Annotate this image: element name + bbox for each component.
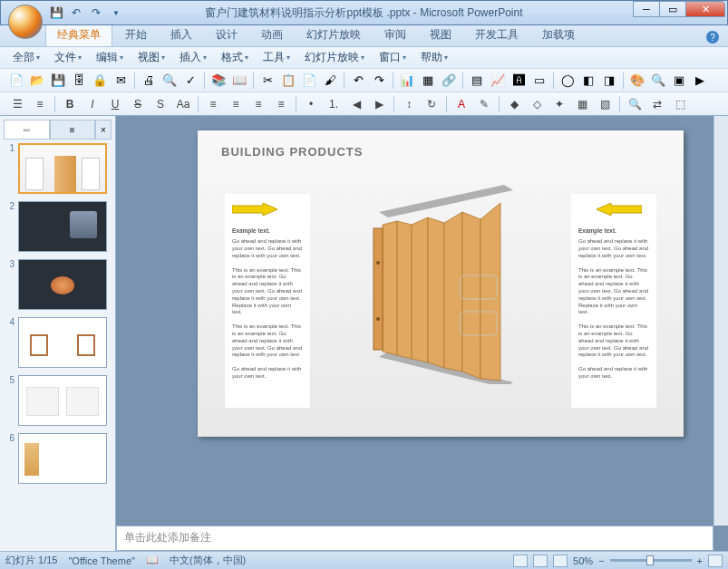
arrange-icon[interactable]: ▧ <box>595 95 615 113</box>
menu-help[interactable]: 帮助▾ <box>415 48 453 67</box>
shape-outline-icon[interactable]: ◇ <box>527 95 547 113</box>
insert-chart-icon[interactable]: 📊 <box>398 72 416 90</box>
tab-classic-menu[interactable]: 经典菜单 <box>45 23 112 46</box>
tab-addins[interactable]: 加载项 <box>531 24 586 46</box>
status-language[interactable]: 中文(简体，中国) <box>170 554 246 567</box>
menu-view[interactable]: 视图▾ <box>132 48 170 67</box>
window-icon[interactable]: ▣ <box>670 72 688 90</box>
sorter-view-button[interactable] <box>533 555 548 567</box>
thumbnail-1[interactable]: 1 <box>4 143 112 194</box>
slide-editor[interactable]: BUILDING PRODUCTS Example text. Go ahead… <box>116 116 728 551</box>
text-direction-icon[interactable]: ↻ <box>422 95 442 113</box>
select-icon[interactable]: ⬚ <box>670 95 690 113</box>
tab-insert[interactable]: 插入 <box>160 24 203 46</box>
thesaurus-icon[interactable]: 📖 <box>230 72 248 90</box>
notes-pane[interactable]: 单击此处添加备注 <box>116 526 713 551</box>
new-icon[interactable]: 📄 <box>7 72 25 90</box>
format-painter-icon[interactable]: 🖌 <box>321 72 339 90</box>
thumbnail-2[interactable]: 2 <box>4 201 112 252</box>
thumb-close[interactable]: × <box>95 120 112 140</box>
copy-icon[interactable]: 📋 <box>279 72 297 90</box>
save-icon[interactable]: 💾 <box>48 5 64 21</box>
folding-door-graphic[interactable] <box>361 185 524 384</box>
tab-view[interactable]: 视图 <box>419 24 462 46</box>
zoom-thumb[interactable] <box>646 555 654 565</box>
spellcheck-icon[interactable]: ✓ <box>181 72 199 90</box>
tab-developer[interactable]: 开发工具 <box>464 24 529 46</box>
qat-dropdown-icon[interactable]: ▼ <box>108 5 124 21</box>
help-icon[interactable]: ? <box>706 31 719 43</box>
menu-edit[interactable]: 编辑▾ <box>91 48 129 67</box>
text-panel-right[interactable]: Example text. Go ahead and replace it wi… <box>571 194 656 408</box>
zoom-level[interactable]: 50% <box>573 555 593 566</box>
minimize-button[interactable]: ─ <box>633 1 660 17</box>
align-right-icon[interactable]: ≡ <box>248 95 268 113</box>
zoom-slider[interactable] <box>610 559 692 562</box>
email-icon[interactable]: ✉ <box>112 72 130 90</box>
maximize-button[interactable]: ▭ <box>659 1 686 17</box>
header-footer-icon[interactable]: ▭ <box>530 72 548 90</box>
numbering-icon[interactable]: 1. <box>324 95 344 113</box>
text-panel-left[interactable]: Example text. Go ahead and replace it wi… <box>225 194 310 408</box>
colors-icon[interactable]: 🎨 <box>628 72 646 90</box>
open-icon[interactable]: 📂 <box>28 72 46 90</box>
thumbnail-4[interactable]: 4 <box>4 317 112 368</box>
menu-slideshow[interactable]: 幻灯片放映▾ <box>299 48 370 67</box>
saveas-icon[interactable]: 🗄 <box>70 72 88 90</box>
strike-button[interactable]: S <box>128 95 148 113</box>
decrease-indent-icon[interactable]: ◀ <box>346 95 366 113</box>
font-color-icon[interactable]: A <box>451 95 471 113</box>
numbering-icon[interactable]: ≡ <box>30 95 50 113</box>
replace-icon[interactable]: ⇄ <box>647 95 667 113</box>
menu-file[interactable]: 文件▾ <box>49 48 87 67</box>
close-button[interactable]: ✕ <box>685 1 725 17</box>
shadow-button[interactable]: S <box>150 95 170 113</box>
textbox-icon[interactable]: 🅰 <box>510 72 528 90</box>
tab-animations[interactable]: 动画 <box>250 24 294 46</box>
arrange-icon[interactable]: ◧ <box>579 72 597 90</box>
fit-window-button[interactable] <box>708 555 723 567</box>
underline-button[interactable]: U <box>105 95 125 113</box>
print-preview-icon[interactable]: 🔍 <box>160 72 179 90</box>
tab-outline[interactable]: ≡ <box>50 120 96 140</box>
increase-indent-icon[interactable]: ▶ <box>369 95 389 113</box>
office-button[interactable] <box>8 5 43 39</box>
save-icon[interactable]: 💾 <box>49 72 67 90</box>
normal-view-button[interactable] <box>513 555 528 567</box>
line-spacing-icon[interactable]: ↕ <box>399 95 419 113</box>
menu-format[interactable]: 格式▾ <box>216 48 254 67</box>
chart-icon[interactable]: 📈 <box>489 72 507 90</box>
slide-canvas[interactable]: BUILDING PRODUCTS Example text. Go ahead… <box>198 130 684 437</box>
tab-design[interactable]: 设计 <box>205 24 248 46</box>
justify-icon[interactable]: ≡ <box>271 95 291 113</box>
status-spellcheck-icon[interactable]: 📖 <box>146 555 159 566</box>
tab-slides-thumbs[interactable]: ▫▫ <box>4 120 50 140</box>
vertical-scrollbar[interactable] <box>713 116 728 526</box>
print-icon[interactable]: 🖨 <box>140 72 158 90</box>
thumbnail-5[interactable]: 5 <box>4 375 112 426</box>
shape-fill-icon[interactable]: ◆ <box>504 95 524 113</box>
find-icon[interactable]: 🔍 <box>625 95 645 113</box>
zoom-in-button[interactable]: + <box>697 555 703 566</box>
tab-home[interactable]: 开始 <box>114 24 158 46</box>
bullets-icon[interactable]: • <box>301 95 321 113</box>
thumbnail-3[interactable]: 3 <box>4 259 112 310</box>
tab-review[interactable]: 审阅 <box>374 24 417 46</box>
thumbnail-6[interactable]: 6 <box>4 433 112 484</box>
menu-window[interactable]: 窗口▾ <box>374 48 412 67</box>
menu-tools[interactable]: 工具▾ <box>257 48 296 67</box>
insert-hyperlink-icon[interactable]: 🔗 <box>440 72 458 90</box>
change-case-button[interactable]: Aa <box>173 95 193 113</box>
permission-icon[interactable]: 🔒 <box>91 72 109 90</box>
undo-icon[interactable]: ↶ <box>68 5 84 21</box>
shape-effects-icon[interactable]: ✦ <box>549 95 569 113</box>
menu-insert[interactable]: 插入▾ <box>174 48 212 67</box>
redo-icon[interactable]: ↷ <box>370 72 388 90</box>
align-center-icon[interactable]: ≡ <box>226 95 246 113</box>
quick-styles-icon[interactable]: ▦ <box>572 95 592 113</box>
slideshow-view-button[interactable] <box>553 555 568 567</box>
bullets-icon[interactable]: ☰ <box>7 95 27 113</box>
macros-icon[interactable]: ▶ <box>691 72 709 90</box>
paste-icon[interactable]: 📄 <box>300 72 318 90</box>
bold-button[interactable]: B <box>60 95 80 113</box>
